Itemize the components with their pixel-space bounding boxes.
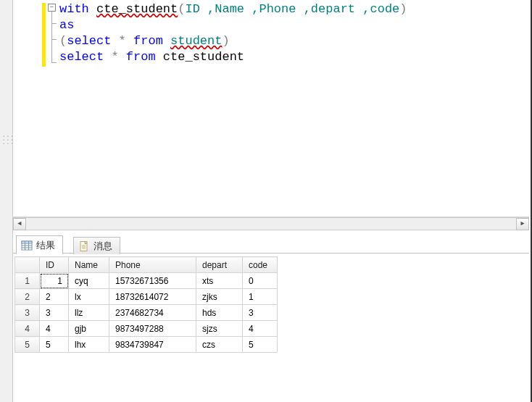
outer-gutter: ·················· — [0, 0, 13, 402]
kw-select: select — [67, 34, 111, 48]
editor-hscrollbar[interactable]: ◄ ► — [13, 217, 529, 230]
cell-code[interactable]: 4 — [243, 321, 278, 337]
corner-cell[interactable] — [15, 257, 40, 273]
kw-select: select — [59, 50, 104, 64]
cell-name[interactable]: lx — [69, 289, 109, 305]
cell-id[interactable]: 5 — [40, 337, 69, 353]
col-header-name[interactable]: Name — [69, 257, 109, 273]
cell-depart[interactable]: xts — [196, 273, 243, 289]
cell-code[interactable]: 0 — [243, 273, 278, 289]
results-grid-wrap: ID Name Phone depart code 1 1 cyq 157326… — [13, 254, 529, 353]
fold-tick — [51, 23, 57, 24]
results-pane: 结果 消息 ID Name Phone — [13, 232, 529, 402]
change-marker — [42, 3, 46, 67]
grid-icon — [21, 240, 33, 251]
tab-results-label: 结果 — [36, 239, 55, 252]
cell-id[interactable]: 3 — [40, 305, 69, 321]
table-row[interactable]: 4 4 gjb 9873497288 sjzs 4 — [15, 321, 278, 337]
ident-cte-target: cte_student — [163, 50, 244, 64]
scroll-track[interactable] — [26, 218, 516, 230]
paren-close: ) — [399, 2, 407, 16]
kw-from: from — [126, 50, 156, 64]
svg-rect-1 — [22, 241, 32, 243]
cell-phone[interactable]: 9834739847 — [109, 337, 196, 353]
paren-close: ) — [222, 34, 229, 48]
cell-depart[interactable]: czs — [196, 337, 243, 353]
star: * — [111, 34, 133, 48]
row-number[interactable]: 2 — [15, 289, 40, 305]
sql-editor[interactable]: − with cte_student(ID ,Name ,Phone ,depa… — [13, 0, 529, 217]
cell-name[interactable]: gjb — [69, 321, 109, 337]
results-grid[interactable]: ID Name Phone depart code 1 1 cyq 157326… — [14, 256, 278, 353]
fold-guide — [51, 12, 52, 62]
table-row[interactable]: 2 2 lx 18732614072 zjks 1 — [15, 289, 278, 305]
cell-code[interactable]: 1 — [243, 289, 278, 305]
column-list: ID ,Name ,Phone ,depart ,code — [185, 2, 399, 16]
document-icon — [78, 240, 90, 252]
header-row: ID Name Phone depart code — [15, 257, 278, 273]
col-header-id[interactable]: ID — [40, 257, 69, 273]
row-number[interactable]: 3 — [15, 305, 40, 321]
cell-id[interactable]: 1 — [40, 273, 69, 289]
table-row[interactable]: 1 1 cyq 15732671356 xts 0 — [15, 273, 278, 289]
cell-code[interactable]: 3 — [243, 305, 278, 321]
star: * — [104, 50, 126, 64]
cell-code[interactable]: 5 — [243, 337, 278, 353]
table-row[interactable]: 5 5 lhx 9834739847 czs 5 — [15, 337, 278, 353]
code-block[interactable]: with cte_student(ID ,Name ,Phone ,depart… — [59, 1, 407, 65]
col-header-depart[interactable]: depart — [196, 257, 243, 273]
row-number[interactable]: 4 — [15, 321, 40, 337]
ident-student: student — [170, 34, 222, 48]
table-row[interactable]: 3 3 llz 2374682734 hds 3 — [15, 305, 278, 321]
ident-cte: cte_student — [96, 2, 178, 16]
cell-id[interactable]: 4 — [40, 321, 69, 337]
tab-messages[interactable]: 消息 — [73, 237, 120, 254]
cell-phone[interactable]: 9873497288 — [109, 321, 196, 337]
fold-tick — [51, 39, 57, 40]
cell-depart[interactable]: hds — [196, 305, 243, 321]
fold-end — [51, 62, 57, 63]
scroll-right-button[interactable]: ► — [516, 218, 529, 230]
col-header-code[interactable]: code — [243, 257, 278, 273]
paren-open: ( — [59, 34, 67, 48]
cell-phone[interactable]: 15732671356 — [109, 273, 196, 289]
tab-results[interactable]: 结果 — [16, 235, 63, 254]
kw-with: with — [59, 2, 89, 16]
cell-phone[interactable]: 2374682734 — [109, 305, 196, 321]
tab-messages-label: 消息 — [93, 240, 112, 253]
fold-toggle-icon[interactable]: − — [48, 4, 56, 12]
row-number[interactable]: 1 — [15, 273, 40, 289]
col-header-phone[interactable]: Phone — [109, 257, 196, 273]
cell-phone[interactable]: 18732614072 — [109, 289, 196, 305]
cell-name[interactable]: lhx — [69, 337, 109, 353]
row-number[interactable]: 5 — [15, 337, 40, 353]
cell-id[interactable]: 2 — [40, 289, 69, 305]
cell-depart[interactable]: sjzs — [196, 321, 243, 337]
cell-name[interactable]: cyq — [69, 273, 109, 289]
cell-name[interactable]: llz — [69, 305, 109, 321]
cell-depart[interactable]: zjks — [196, 289, 243, 305]
scroll-left-button[interactable]: ◄ — [13, 218, 26, 230]
paren-open: ( — [178, 2, 185, 16]
result-tabs: 结果 消息 — [13, 232, 529, 254]
kw-from: from — [133, 34, 163, 48]
kw-as: as — [59, 18, 74, 32]
